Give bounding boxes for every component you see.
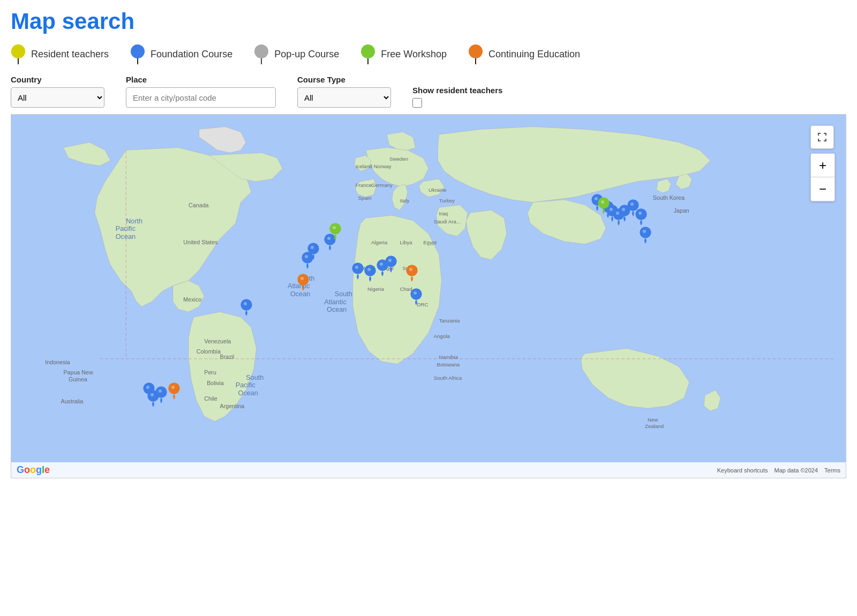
svg-text:Ocean: Ocean [116, 233, 136, 241]
svg-text:Mexico: Mexico [183, 296, 201, 303]
page-title: Map search [11, 9, 846, 34]
svg-text:Guinea: Guinea [69, 376, 87, 382]
svg-text:Germany: Germany [371, 182, 393, 188]
fullscreen-button[interactable] [810, 125, 834, 149]
page-container: Map search Resident teachers Foundation … [0, 0, 857, 487]
legend-item-free-workshop: Free Workshop [360, 44, 447, 64]
continuing-education-pin-icon [468, 44, 483, 64]
svg-text:Peru: Peru [204, 369, 216, 375]
place-filter: Place [126, 75, 276, 108]
zoom-out-button[interactable]: − [811, 177, 835, 201]
map-data-text: Map data ©2024 [775, 467, 818, 474]
svg-text:Angola: Angola [434, 333, 450, 339]
svg-text:Spain: Spain [358, 195, 372, 201]
map-background: North Pacific Ocean North Atlantic Ocean… [11, 115, 846, 478]
free-workshop-pin-icon [360, 44, 375, 64]
svg-text:Chad: Chad [400, 286, 412, 292]
svg-text:Bolivia: Bolivia [207, 380, 224, 386]
svg-point-5 [469, 44, 483, 58]
svg-text:Papua New: Papua New [63, 369, 93, 375]
svg-text:Nigeria: Nigeria [367, 286, 384, 292]
legend: Resident teachers Foundation Course Pop-… [11, 44, 846, 64]
svg-text:Venezuela: Venezuela [204, 338, 231, 344]
popup-course-label: Pop-up Course [274, 49, 339, 60]
free-workshop-label: Free Workshop [381, 49, 447, 60]
place-input[interactable] [126, 87, 276, 108]
svg-text:Zealand: Zealand [645, 423, 664, 429]
svg-text:North: North [298, 275, 315, 282]
svg-text:South Korea: South Korea [653, 194, 685, 201]
svg-text:North: North [126, 217, 142, 225]
terms-link[interactable]: Terms [824, 467, 840, 474]
country-label: Country [11, 75, 104, 84]
svg-text:Sweden: Sweden [389, 156, 408, 162]
svg-text:Ocean: Ocean [238, 389, 258, 397]
svg-text:Canada: Canada [189, 202, 209, 208]
resident-teachers-label: Resident teachers [31, 49, 109, 60]
svg-text:Iceland: Iceland [356, 163, 372, 169]
svg-text:Iraq: Iraq [439, 211, 448, 216]
svg-text:Pacific: Pacific [236, 381, 255, 389]
svg-point-2 [131, 44, 145, 58]
svg-rect-144 [818, 139, 819, 141]
continuing-education-label: Continuing Education [488, 49, 580, 60]
svg-text:Atlantic: Atlantic [324, 298, 346, 306]
svg-text:New: New [648, 417, 658, 423]
svg-text:Saudi Ara...: Saudi Ara... [434, 219, 461, 224]
course-type-filter: Course Type All Foundation Course Pop-up… [297, 75, 391, 108]
map-controls: + − [810, 125, 835, 201]
place-label: Place [126, 75, 276, 84]
svg-text:Turkey: Turkey [439, 198, 454, 204]
legend-item-popup: Pop-up Course [254, 44, 339, 64]
course-type-label: Course Type [297, 75, 391, 84]
course-type-select[interactable]: All Foundation Course Pop-up Course Free… [297, 87, 391, 108]
svg-text:Italy: Italy [400, 198, 409, 204]
foundation-course-label: Foundation Course [151, 49, 232, 60]
svg-text:Egypt: Egypt [423, 239, 437, 245]
svg-text:Norway: Norway [374, 163, 392, 169]
show-resident-label: Show resident teachers [412, 86, 502, 95]
svg-point-1 [11, 44, 25, 58]
filters-row: Country All Australia Canada France Germ… [11, 75, 846, 108]
svg-text:Japan: Japan [674, 207, 689, 214]
svg-text:Chile: Chile [204, 395, 217, 402]
zoom-controls: + − [810, 153, 835, 201]
svg-text:Mali: Mali [363, 265, 373, 271]
svg-text:Ocean: Ocean [327, 306, 347, 313]
svg-text:DRC: DRC [417, 302, 428, 307]
svg-text:Atlantic: Atlantic [288, 282, 310, 290]
fullscreen-icon [817, 132, 828, 142]
svg-text:Australia: Australia [61, 398, 84, 404]
svg-text:Ocean: Ocean [290, 290, 310, 298]
legend-item-continuing: Continuing Education [468, 44, 580, 64]
keyboard-shortcuts-link[interactable]: Keyboard shortcuts [717, 467, 768, 474]
legend-item-resident: Resident teachers [11, 44, 109, 64]
svg-text:South Africa: South Africa [434, 375, 462, 381]
country-filter: Country All Australia Canada France Germ… [11, 75, 104, 108]
svg-text:United States: United States [183, 239, 217, 245]
svg-text:France: France [356, 182, 372, 188]
foundation-course-pin-icon [130, 44, 145, 64]
country-select[interactable]: All Australia Canada France Germany Ital… [11, 87, 104, 108]
svg-text:Indonesia: Indonesia [45, 359, 70, 365]
map-attribution: Keyboard shortcuts Map data ©2024 Terms [717, 467, 840, 474]
map-container[interactable]: North Pacific Ocean North Atlantic Ocean… [11, 114, 846, 478]
svg-text:Tanzania: Tanzania [439, 318, 460, 324]
svg-point-4 [361, 44, 375, 58]
svg-text:Botswana: Botswana [437, 362, 460, 367]
svg-text:Algeria: Algeria [371, 239, 388, 245]
svg-text:Niger: Niger [381, 265, 394, 271]
svg-point-3 [254, 44, 268, 58]
svg-text:South: South [335, 290, 352, 298]
resident-teachers-pin-icon [11, 44, 26, 64]
svg-text:Colombia: Colombia [197, 348, 221, 355]
svg-text:Argentina: Argentina [220, 403, 245, 409]
show-resident-filter: Show resident teachers [412, 86, 502, 108]
popup-course-pin-icon [254, 44, 269, 64]
svg-text:Pacific: Pacific [116, 225, 136, 232]
zoom-in-button[interactable]: + [811, 154, 835, 177]
show-resident-checkbox[interactable] [412, 98, 422, 108]
svg-text:South: South [246, 374, 264, 381]
legend-item-foundation: Foundation Course [130, 44, 232, 64]
svg-text:Sudan: Sudan [402, 265, 417, 271]
